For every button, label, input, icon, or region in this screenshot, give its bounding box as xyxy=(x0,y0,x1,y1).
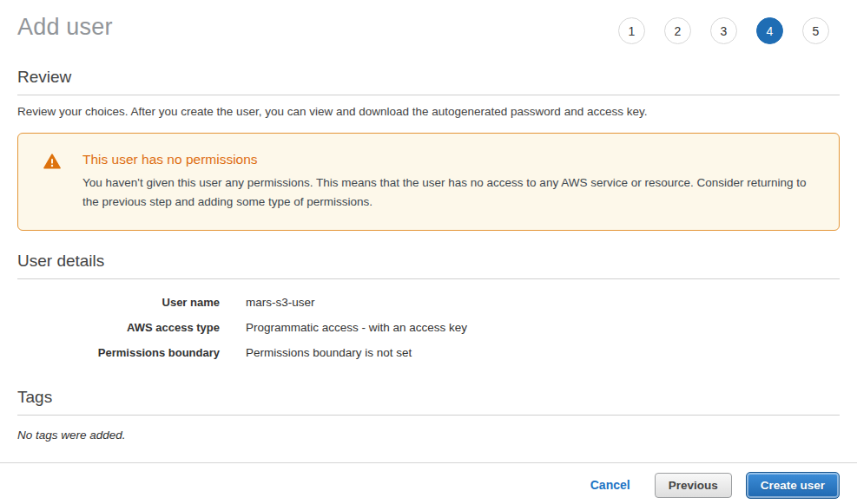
page-title: Add user xyxy=(17,14,113,41)
access-type-label: AWS access type xyxy=(17,321,220,334)
warning-text: This user has no permissions You haven't… xyxy=(82,152,813,212)
no-permissions-warning: This user has no permissions You haven't… xyxy=(17,133,840,231)
permissions-boundary-value: Permissions boundary is not set xyxy=(246,346,412,359)
tags-empty-text: No tags were added. xyxy=(17,429,840,442)
main-content: Review Review your choices. After you cr… xyxy=(0,68,857,442)
wizard-footer: Cancel Previous Create user xyxy=(0,462,857,504)
warning-title: This user has no permissions xyxy=(82,152,813,167)
table-row: Permissions boundary Permissions boundar… xyxy=(17,340,840,365)
previous-button[interactable]: Previous xyxy=(655,473,732,498)
step-1[interactable]: 1 xyxy=(618,17,645,44)
warning-body: You haven't given this user any permissi… xyxy=(82,173,813,212)
step-2[interactable]: 2 xyxy=(664,17,691,44)
review-heading: Review xyxy=(17,68,840,95)
access-type-value: Programmatic access - with an access key xyxy=(246,321,467,334)
warning-triangle-icon xyxy=(43,154,61,169)
user-details-table: User name mars-s3-user AWS access type P… xyxy=(17,290,840,365)
permissions-boundary-label: Permissions boundary xyxy=(17,346,220,359)
user-name-label: User name xyxy=(17,296,220,309)
review-description: Review your choices. After you create th… xyxy=(17,105,840,118)
create-user-button[interactable]: Create user xyxy=(746,472,840,499)
tags-heading: Tags xyxy=(17,388,840,416)
user-name-value: mars-s3-user xyxy=(246,296,315,309)
step-4-current[interactable]: 4 xyxy=(756,17,783,44)
table-row: AWS access type Programmatic access - wi… xyxy=(17,315,840,340)
step-3[interactable]: 3 xyxy=(710,17,737,44)
step-indicator: 1 2 3 4 5 xyxy=(618,14,840,44)
cancel-link[interactable]: Cancel xyxy=(590,478,630,492)
user-details-heading: User details xyxy=(17,252,840,279)
step-5[interactable]: 5 xyxy=(802,17,829,44)
wizard-header: Add user 1 2 3 4 5 xyxy=(0,0,857,44)
table-row: User name mars-s3-user xyxy=(17,290,840,315)
